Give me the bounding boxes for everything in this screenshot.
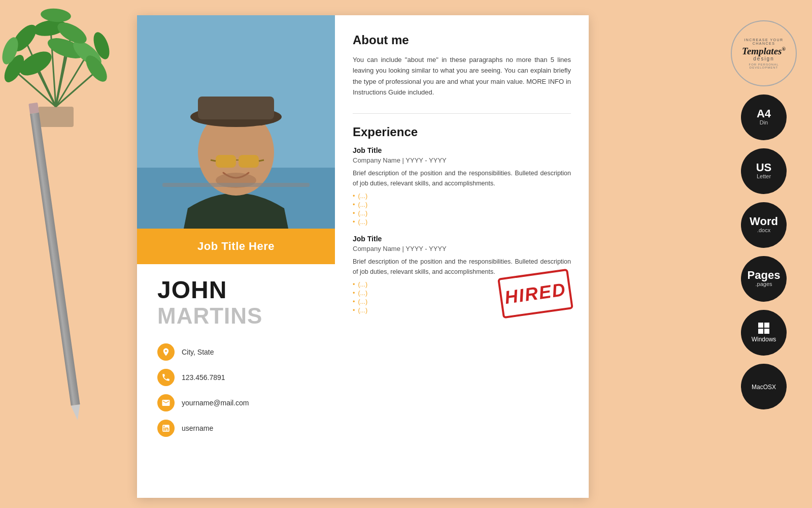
about-text: You can include "about me" in these para… [353, 54, 571, 98]
svg-line-29 [259, 160, 264, 161]
bullet-text: (...) [358, 290, 367, 297]
bullet-marker: • [353, 193, 355, 200]
bullet-text: (...) [358, 210, 367, 217]
badge-macosx[interactable]: MacOSX [741, 364, 787, 409]
bullet-marker: • [353, 281, 355, 288]
logo-design-text: design [753, 56, 774, 61]
bullet-marker: • [353, 210, 355, 217]
pencil-decoration [28, 103, 82, 421]
phone-item: 123.456.7891 [157, 369, 320, 386]
bullet-marker: • [353, 201, 355, 208]
bullet-text: (...) [358, 193, 367, 200]
linkedin-item: username [157, 420, 320, 437]
contact-section: City, State 123.456.7891 yourname@mail.c… [137, 338, 335, 447]
location-icon [157, 343, 175, 361]
job-1: Job Title Company Name | YYYY - YYYY Bri… [353, 146, 571, 226]
job-2: Job Title Company Name | YYYY - YYYY Bri… [353, 235, 571, 314]
svg-line-28 [211, 160, 216, 161]
badge-windows-label: Windows [752, 336, 776, 343]
badge-a4-main: A4 [757, 108, 771, 119]
svg-rect-0 [38, 107, 74, 127]
logo-increase-text: INCREASE YOUR CHANCES [737, 38, 791, 45]
bullet-text: (...) [358, 307, 367, 314]
resume-card: Job Title Here JOHN MARTINS City, State [137, 15, 589, 498]
badges-panel: INCREASE YOUR CHANCES Templates® design … [731, 20, 797, 409]
svg-line-5 [15, 71, 56, 107]
bullet-marker: • [353, 290, 355, 297]
name-section: JOHN MARTINS [137, 264, 335, 338]
left-panel: Job Title Here JOHN MARTINS City, State [137, 15, 335, 498]
email-item: yourname@mail.com [157, 394, 320, 411]
bullet-item: • (...) [353, 218, 571, 226]
linkedin-text: username [182, 424, 213, 432]
job-1-desc: Brief description of the position and th… [353, 168, 571, 188]
badge-word-sub: .docx [757, 227, 770, 234]
templates-logo: INCREASE YOUR CHANCES Templates® design … [731, 20, 797, 86]
windows-icon [758, 323, 769, 334]
job-1-title: Job Title [353, 146, 571, 154]
bullet-text: (...) [358, 281, 367, 288]
badge-us-sub: Letter [757, 173, 771, 180]
bullet-text: (...) [358, 218, 367, 226]
badge-us[interactable]: US Letter [741, 148, 787, 194]
linkedin-icon [157, 420, 175, 437]
badge-word[interactable]: Word .docx [741, 202, 787, 248]
experience-title: Experience [353, 125, 571, 139]
badge-pages-main: Pages [748, 270, 781, 281]
badge-pages[interactable]: Pages .pages [741, 256, 787, 302]
last-name: MARTINS [157, 304, 320, 328]
job-title-banner: Job Title Here [137, 229, 335, 264]
profile-photo [137, 15, 335, 229]
job-2-company: Company Name | YYYY - YYYY [353, 245, 571, 252]
phone-icon [157, 369, 175, 386]
email-text: yourname@mail.com [182, 399, 249, 407]
job-1-bullets: • (...) • (...) • (...) • (...) [353, 193, 571, 226]
bullet-item: • (...) [353, 201, 571, 208]
badge-a4-sub: Din [760, 119, 768, 126]
bullet-text: (...) [358, 201, 367, 208]
right-panel-inner: About me You can include "about me" in t… [353, 33, 571, 314]
svg-rect-27 [239, 155, 259, 168]
bullet-item: • (...) [353, 193, 571, 200]
badge-word-main: Word [750, 216, 778, 227]
badge-windows[interactable]: Windows [741, 310, 787, 356]
first-name: JOHN [157, 277, 320, 304]
bullet-marker: • [353, 298, 355, 305]
badge-pages-sub: .pages [755, 281, 772, 288]
section-divider [353, 113, 571, 114]
bullet-text: (...) [358, 298, 367, 305]
location-text: City, State [182, 348, 214, 356]
email-icon [157, 394, 175, 411]
badge-us-main: US [756, 162, 772, 173]
job-1-company: Company Name | YYYY - YYYY [353, 156, 571, 164]
location-item: City, State [157, 343, 320, 361]
svg-point-19 [40, 7, 72, 23]
svg-rect-25 [198, 97, 274, 119]
hired-text: HIRED [503, 278, 568, 308]
about-title: About me [353, 33, 571, 47]
phone-text: 123.456.7891 [182, 373, 225, 382]
bullet-marker: • [353, 307, 355, 314]
job-2-title: Job Title [353, 235, 571, 243]
plant-decoration [0, 0, 127, 132]
badge-a4[interactable]: A4 Din [741, 94, 787, 140]
logo-main-text: Templates® [742, 46, 786, 56]
svg-rect-32 [162, 183, 310, 187]
svg-rect-26 [216, 155, 236, 168]
badge-macosx-label: MacOSX [752, 384, 776, 391]
right-panel: About me You can include "about me" in t… [335, 15, 589, 498]
bullet-marker: • [353, 218, 355, 226]
bullet-item: • (...) [353, 210, 571, 217]
logo-personal-text: FOR PERSONAL DEVELOPMENT [737, 63, 791, 69]
